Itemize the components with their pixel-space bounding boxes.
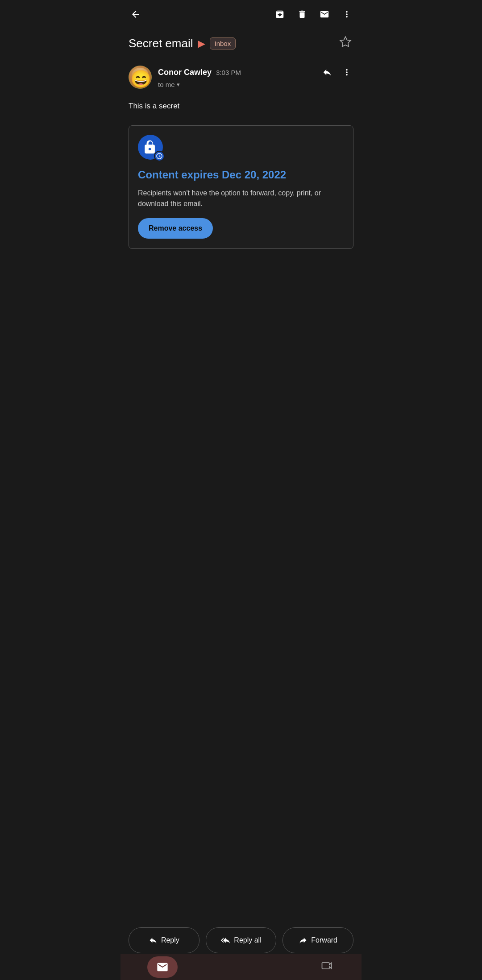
subject-title: Secret email (129, 37, 193, 50)
subject-row: Secret email ▶ Inbox (120, 29, 362, 62)
sender-time: 3:03 PM (216, 69, 241, 76)
inline-reply-button[interactable] (320, 66, 334, 79)
back-button[interactable] (129, 7, 143, 21)
chevron-down-icon: ▾ (177, 81, 180, 88)
sender-to[interactable]: to me ▾ (158, 81, 353, 88)
email-body-text: This is a secret (129, 100, 353, 112)
sender-row: Conor Cawley 3:03 PM to me ▾ (120, 62, 362, 96)
toolbar-right (273, 8, 353, 21)
remove-access-button[interactable]: Remove access (138, 218, 213, 239)
archive-button[interactable] (273, 8, 287, 21)
email-body: This is a secret (120, 96, 362, 121)
toolbar-left (129, 7, 143, 21)
sender-actions (320, 66, 353, 79)
sender-info: Conor Cawley 3:03 PM to me ▾ (158, 66, 353, 88)
confidential-description: Recipients won't have the option to forw… (138, 188, 344, 209)
sender-more-button[interactable] (340, 66, 353, 79)
more-options-button[interactable] (340, 8, 353, 21)
star-button[interactable] (337, 34, 353, 53)
confidential-title: Content expires Dec 20, 2022 (138, 168, 344, 182)
sender-name-row: Conor Cawley 3:03 PM (158, 66, 353, 79)
delete-button[interactable] (295, 8, 309, 21)
avatar (129, 66, 152, 89)
subject-left: Secret email ▶ Inbox (129, 37, 337, 50)
confidential-card: Content expires Dec 20, 2022 Recipients … (129, 125, 353, 249)
sender-name: Conor Cawley (158, 68, 212, 77)
confidential-icon-circle (138, 135, 163, 160)
inbox-label-badge[interactable]: Inbox (210, 37, 236, 50)
toolbar (120, 0, 362, 29)
sender-name-time: Conor Cawley 3:03 PM (158, 68, 241, 77)
mark-unread-button[interactable] (318, 8, 331, 21)
subject-arrow-icon: ▶ (198, 38, 205, 50)
sender-to-text: to me (158, 81, 175, 88)
